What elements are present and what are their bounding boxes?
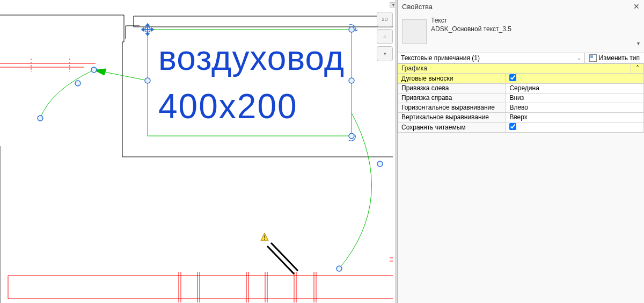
svg-point-43: [336, 266, 342, 271]
svg-point-37: [349, 78, 354, 83]
svg-point-36: [145, 78, 150, 83]
drawing-text-line2: 400х200: [158, 87, 298, 126]
prop-right-attach-value[interactable]: Вниз: [506, 93, 644, 103]
prop-keep-readable-label: Сохранять читаемым: [398, 122, 506, 132]
svg-point-35: [349, 27, 354, 32]
prop-arc-leaders-checkbox[interactable]: [509, 74, 516, 81]
panel-title-label: Свойства: [402, 3, 433, 11]
type-preview-thumb: [402, 19, 427, 44]
prop-horiz-align-value[interactable]: Влево: [506, 103, 644, 112]
prop-keep-readable-checkbox[interactable]: [509, 123, 516, 130]
move-handle-icon: [142, 24, 153, 35]
close-icon[interactable]: ✕: [633, 2, 640, 11]
prop-left-attach-value[interactable]: Середина: [506, 83, 644, 93]
prop-horiz-align-label: Горизонтальное выравнивание: [398, 103, 506, 112]
svg-point-41: [38, 116, 43, 121]
warning-icon: [261, 233, 268, 241]
properties-grid: Графика ˄ Дуговые выноски Привязка слева…: [398, 63, 644, 133]
drawing-text-line1: воздуховод: [158, 39, 345, 77]
drawing-svg: воздуховод 400х200: [0, 0, 397, 303]
svg-point-40: [75, 81, 80, 86]
prop-arc-leaders-label: Дуговые выноски: [398, 73, 506, 83]
prop-arc-leaders-value[interactable]: [506, 73, 644, 83]
prop-vert-align-value[interactable]: Вверх: [506, 112, 644, 122]
prop-left-attach-label: Привязка слева: [398, 83, 506, 93]
prop-keep-readable-value[interactable]: [506, 122, 644, 132]
svg-line-46: [267, 246, 294, 274]
svg-point-39: [91, 67, 97, 73]
edit-type-button[interactable]: Изменить тип: [585, 53, 644, 63]
viewcube-2d-button[interactable]: 2D: [377, 12, 393, 27]
type-category: Текст: [431, 16, 640, 25]
properties-panel: Свойства ✕ Текст ADSK_Основной текст_3.5…: [397, 0, 644, 303]
nav-tools-icon[interactable]: ▾: [377, 46, 393, 61]
edit-type-icon: [589, 54, 597, 62]
selection-filter-combo[interactable]: Текстовые примечания (1) ⌄: [398, 53, 585, 63]
chevron-down-icon[interactable]: ▾: [637, 40, 640, 47]
type-selector[interactable]: Текст ADSK_Основной текст_3.5 ▾: [398, 13, 644, 53]
type-name: ADSK_Основной текст_3.5: [431, 25, 640, 33]
drawing-canvas[interactable]: воздуховод 400х200 ▼ 2D ⌂ ▾: [0, 0, 397, 303]
nav-home-icon[interactable]: ⌂: [377, 29, 393, 44]
svg-point-49: [264, 239, 265, 240]
selection-filter-text: Текстовые примечания (1): [401, 54, 480, 62]
navigation-bar: 2D ⌂ ▾: [377, 12, 394, 61]
chevron-down-icon: ⌄: [577, 55, 581, 61]
pane-splitter[interactable]: [395, 0, 397, 303]
svg-line-47: [271, 243, 298, 271]
prop-vert-align-label: Вертикальное выравнивание: [398, 112, 506, 122]
prop-right-attach-label: Привязка справа: [398, 93, 506, 103]
group-header-graphics[interactable]: Графика: [398, 63, 631, 73]
svg-point-42: [377, 161, 383, 167]
svg-point-38: [349, 133, 354, 139]
group-collapse-icon[interactable]: ˄: [631, 63, 644, 73]
edit-type-label: Изменить тип: [599, 54, 640, 62]
